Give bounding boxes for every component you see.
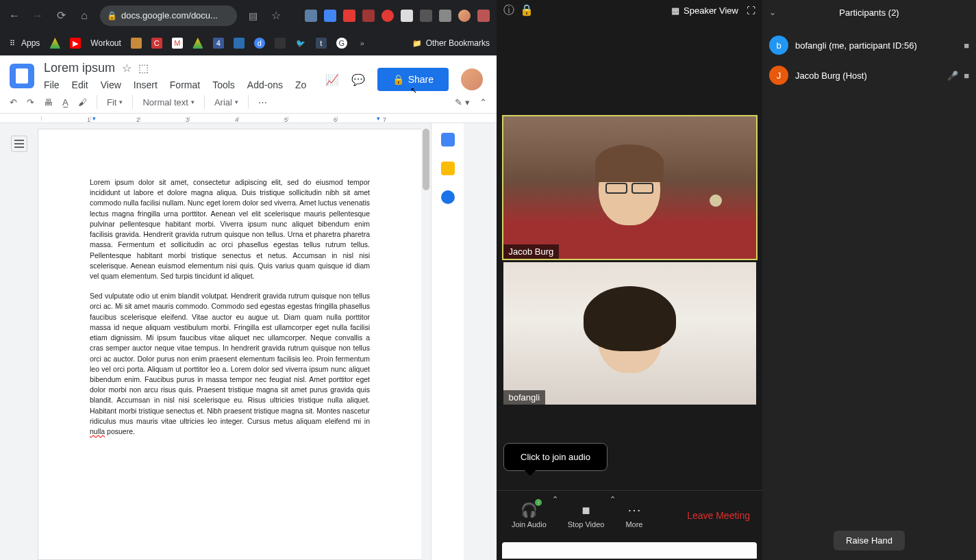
account-avatar[interactable] [461, 68, 483, 90]
video-icon: ■ [582, 502, 590, 518]
video-options-caret[interactable]: ⌃ [610, 495, 616, 504]
url-bar[interactable]: 🔒 docs.google.com/docu... [100, 5, 237, 26]
indent-marker-icon[interactable]: ▾ [92, 115, 96, 122]
calendar-icon[interactable] [441, 133, 455, 147]
bookmark-workout[interactable]: Workout [90, 38, 121, 48]
outline-toggle-icon[interactable] [11, 136, 27, 152]
bookmark-icon[interactable] [234, 38, 245, 49]
bookmark-icon[interactable] [275, 38, 286, 49]
bookmark-icon[interactable]: 4 [213, 38, 224, 49]
spellcheck-button[interactable]: A̲ [62, 97, 68, 107]
star-icon[interactable]: ☆ [268, 8, 284, 23]
speaker-view-button[interactable]: ▦ Speaker View [671, 5, 738, 16]
font-dropdown[interactable]: Arial [214, 97, 238, 107]
ext-icon[interactable] [420, 10, 432, 22]
bookmark-more-icon[interactable]: » [357, 38, 368, 49]
fullscreen-icon[interactable]: ⛶ [747, 5, 755, 16]
ext-icon[interactable] [305, 10, 317, 22]
menu-file[interactable]: File [44, 79, 60, 90]
bookmark-gmail-icon[interactable]: M [172, 38, 183, 49]
share-button[interactable]: 🔒 Share ↖ [377, 68, 449, 91]
more-button[interactable]: ⋯ More [616, 502, 652, 529]
video-tile-bofangli[interactable]: bofangli [503, 262, 756, 405]
bookmarks-bar: ⠿ Apps ▶ Workout C M 4 d 🐦 t G » 📁 Other… [0, 31, 497, 55]
document-title[interactable]: Lorem ipsum [44, 61, 115, 75]
ext-icon[interactable] [401, 10, 413, 22]
reload-button[interactable]: ⟳ [53, 8, 68, 23]
reader-icon[interactable]: ▤ [245, 8, 260, 23]
bookmark-icon[interactable]: t [316, 38, 327, 49]
audio-options-caret[interactable]: ⌃ [552, 495, 558, 504]
folder-icon: 📁 [412, 38, 423, 49]
forward-button[interactable]: → [30, 8, 45, 23]
more-toolbar-button[interactable]: ⋯ [258, 97, 267, 107]
zoom-topbar: ⓘ 🔒 ▦ Speaker View ⛶ [497, 0, 762, 21]
zoom-main-area: ⓘ 🔒 ▦ Speaker View ⛶ Jacob Burg [497, 0, 762, 560]
paint-format-button[interactable]: 🖌 [78, 97, 87, 107]
menu-edit[interactable]: Edit [72, 79, 88, 90]
ext-icon[interactable] [343, 10, 355, 22]
encryption-icon[interactable]: 🔒 [520, 3, 534, 18]
document-page[interactable]: Lorem ipsum dolor sit amet, consectetur … [38, 129, 421, 560]
move-icon[interactable]: ⬚ [138, 62, 149, 75]
tasks-icon[interactable] [441, 190, 455, 204]
raise-hand-button[interactable]: Raise Hand [834, 531, 905, 550]
bookmark-icon[interactable] [192, 38, 203, 49]
bookmark-drive-icon[interactable] [49, 38, 60, 49]
participant-row[interactable]: J Jacob Burg (Host) 🎤 ■ [769, 60, 969, 90]
docs-menu-bar: File Edit View Insert Format Tools Add-o… [44, 79, 325, 90]
collapse-toolbar-button[interactable]: ⌃ [479, 97, 487, 107]
ext-icon[interactable] [362, 10, 375, 22]
scrollbar-thumb[interactable] [423, 129, 429, 190]
bookmark-twitter-icon[interactable]: 🐦 [295, 38, 306, 49]
style-dropdown[interactable]: Normal text [142, 97, 194, 107]
keep-icon[interactable] [441, 162, 455, 175]
menu-format[interactable]: Format [170, 79, 200, 90]
editing-mode-button[interactable]: ✎ ▾ [455, 97, 470, 107]
stop-video-button[interactable]: ■ Stop Video [558, 502, 614, 529]
home-button[interactable]: ⌂ [77, 8, 92, 23]
menu-addons[interactable]: Add-ons [247, 79, 283, 90]
bookmark-youtube-icon[interactable]: ▶ [70, 38, 81, 49]
participant-row[interactable]: b bofangli (me, participant ID:56) ■ [769, 30, 969, 60]
activity-icon[interactable]: 📈 [325, 73, 339, 86]
bookmark-icon[interactable] [131, 38, 142, 49]
leave-meeting-button[interactable]: Leave Meeting [687, 510, 757, 521]
menu-view[interactable]: View [101, 79, 121, 90]
ext-icon[interactable] [324, 10, 336, 22]
print-button[interactable]: 🖶 [44, 97, 53, 107]
ext-icon[interactable] [381, 10, 394, 22]
docs-toolbar: ↶ ↷ 🖶 A̲ 🖌 Fit Normal text Arial ⋯ ✎ ▾ ⌃ [0, 91, 497, 114]
paragraph: Lorem ipsum dolor sit amet, consectetur … [90, 177, 370, 281]
bookmark-icon[interactable]: G [336, 38, 347, 49]
redo-button[interactable]: ↷ [27, 97, 34, 107]
participant-avatar: b [769, 36, 788, 55]
bookmark-icon[interactable]: d [254, 38, 265, 49]
menu-zoom[interactable]: Zo [295, 79, 306, 90]
back-button[interactable]: ← [7, 8, 22, 23]
menu-tools[interactable]: Tools [212, 79, 235, 90]
ruler-tick: 1 [41, 116, 90, 120]
bookmark-icon[interactable]: C [151, 38, 162, 49]
video-tile-jacob[interactable]: Jacob Burg [503, 116, 756, 259]
ruler[interactable]: ▾ 1 2 3 4 5 6 7 ▾ [0, 114, 497, 123]
join-audio-button[interactable]: 🎧↑ Join Audio [502, 502, 556, 529]
chevron-down-icon[interactable]: ⌄ [769, 8, 776, 17]
indent-marker-icon[interactable]: ▾ [377, 115, 380, 122]
menu-insert[interactable]: Insert [134, 79, 158, 90]
scrollbar[interactable] [421, 123, 431, 560]
docs-logo-icon[interactable] [10, 64, 34, 88]
info-icon[interactable]: ⓘ [503, 3, 514, 18]
grid-icon: ▦ [671, 5, 679, 16]
ext-icon[interactable] [439, 10, 451, 22]
profile-avatar[interactable] [458, 10, 471, 22]
undo-button[interactable]: ↶ [10, 97, 17, 107]
zoom-dropdown[interactable]: Fit [107, 97, 123, 107]
star-icon[interactable]: ☆ [122, 62, 132, 75]
other-bookmarks[interactable]: 📁 Other Bookmarks [412, 38, 490, 49]
participant-name: bofangli (me, participant ID:56) [795, 40, 917, 51]
apps-button[interactable]: ⠿ Apps [7, 38, 40, 49]
ext-icon[interactable] [477, 10, 490, 22]
comments-icon[interactable]: 💬 [351, 73, 365, 86]
headphones-icon: 🎧↑ [521, 502, 538, 518]
